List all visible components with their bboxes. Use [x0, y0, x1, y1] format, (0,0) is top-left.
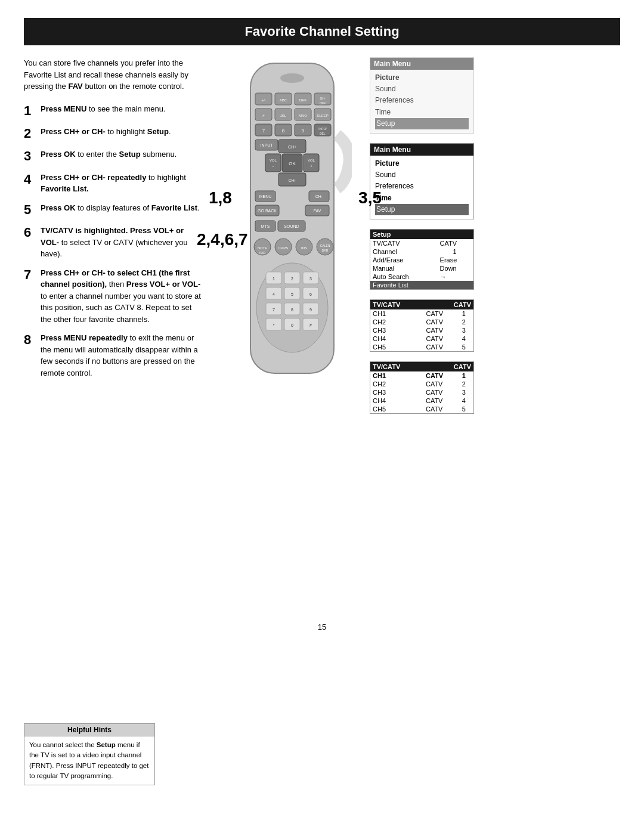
svg-text:SOUND: SOUND	[284, 224, 299, 228]
title-text: Favorite Channel Setting	[244, 24, 399, 39]
setup-row-autosearch: Auto Search →	[370, 272, 473, 281]
helpful-hints-header: Helpful Hints	[24, 724, 154, 736]
step-2: 2 Press CH+ or CH- to highlight Setup.	[24, 126, 203, 141]
ch-table-2: TV/CATV CATV CH1 CATV 1 CH2 CATV 2 CH3 C…	[370, 362, 473, 413]
svg-text:CALEN: CALEN	[320, 244, 330, 247]
step-number-3: 3	[24, 148, 36, 164]
svg-rect-37	[304, 154, 319, 172]
ch3-num-2: 3	[460, 388, 473, 397]
setup-row-manual: Manual Down	[370, 264, 473, 272]
setup-cell-channel-label: Channel	[370, 247, 438, 256]
menu-item-time-small: Time	[375, 193, 469, 204]
svg-text:7: 7	[273, 308, 275, 312]
center-column: 1,8 3,5 2,4,6,7 +/- ABC DEF GH- OFF	[209, 57, 364, 414]
ch4-num-1: 4	[460, 335, 473, 343]
svg-text:PAD: PAD	[259, 251, 265, 255]
setup-row-favlist: Favorite List	[370, 281, 473, 289]
svg-text:INPUT: INPUT	[261, 143, 274, 147]
setup-header-row: Setup	[370, 230, 473, 239]
setup-cell-autosearch-label: Auto Search	[370, 272, 438, 281]
menu-item-sound-large: Sound	[375, 83, 469, 95]
svg-text:GO BACK: GO BACK	[258, 209, 277, 213]
ch2-num-1: 2	[460, 318, 473, 326]
svg-text:CH-: CH-	[315, 194, 323, 199]
main-menu-small: Main Menu Picture Sound Preferences Time…	[370, 143, 474, 219]
svg-text:SLEEP: SLEEP	[317, 114, 328, 117]
setup-cell-adderase-val: Erase	[438, 256, 473, 264]
ch-header-tvcatv-2: TV/CATV	[370, 362, 423, 371]
ch2-row-2: CH2 CATV 2	[370, 380, 473, 388]
ch2-type-1: CATV	[423, 318, 459, 326]
intro-text: You can store five channels you prefer i…	[24, 57, 203, 92]
svg-text:OFF: OFF	[320, 101, 326, 105]
menu-item-time-large: Time	[375, 107, 469, 118]
svg-text:4: 4	[273, 292, 275, 296]
step-text-6: TV/CATV is highlighted. Press VOL+ or VO…	[41, 225, 203, 260]
step-4: 4 Press CH+ or CH- repeatedly to highlig…	[24, 172, 203, 195]
svg-text:CH+: CH+	[288, 145, 296, 149]
svg-rect-34	[265, 154, 281, 172]
svg-text:*: *	[273, 323, 275, 327]
step-overlay-35: 3,5	[358, 188, 382, 208]
setup-cell-channel-spacer	[438, 247, 451, 256]
ch4-type-1: CATV	[423, 335, 459, 343]
ch2-row-1: CH2 CATV 2	[370, 318, 473, 326]
svg-text:9: 9	[302, 128, 305, 134]
svg-text:CH-: CH-	[289, 178, 296, 182]
main-menu-small-body: Picture Sound Preferences Time Setup	[370, 156, 473, 219]
ch3-num-1: 3	[460, 326, 473, 335]
svg-text:5: 5	[291, 292, 293, 296]
ch2-label-1: CH2	[370, 318, 423, 326]
step-text-3: Press OK to enter the Setup submenu.	[41, 148, 177, 160]
svg-text:#: #	[309, 323, 312, 327]
svg-text:JKL: JKL	[280, 114, 287, 117]
step-text-5: Press OK to display features of Favorite…	[41, 202, 200, 214]
menu-item-preferences-large: Preferences	[375, 95, 469, 106]
svg-text:INS: INS	[301, 246, 307, 250]
ch4-type-2: CATV	[423, 397, 460, 405]
svg-text:6: 6	[309, 292, 312, 296]
step-overlay-18: 1,8	[209, 188, 232, 208]
ch5-type-2: CATV	[423, 405, 460, 413]
setup-cell-manual-label: Manual	[370, 264, 438, 272]
step-number-1: 1	[24, 103, 36, 119]
menu-item-setup-large: Setup	[375, 118, 469, 129]
menu-item-setup-small: Setup	[375, 204, 469, 215]
setup-cell-favlist: Favorite List	[370, 281, 473, 289]
ch5-num-2: 5	[460, 405, 473, 413]
page-title: Favorite Channel Setting	[24, 18, 620, 45]
setup-table: Setup TV/CATV CATV Channel 1 Add/Erase E…	[370, 230, 473, 289]
ch1-label-1: CH1	[370, 309, 423, 318]
svg-text:VOL: VOL	[308, 159, 315, 162]
svg-text:VOL: VOL	[270, 159, 277, 162]
helpful-hints: Helpful Hints You cannot select the Setu…	[24, 723, 155, 785]
step-number-4: 4	[24, 172, 36, 187]
ch4-label-2: CH4	[370, 397, 423, 405]
svg-text:GH-: GH-	[320, 97, 326, 100]
ch4-row-1: CH4 CATV 4	[370, 335, 473, 343]
svg-text:7: 7	[262, 128, 265, 134]
left-column: You can store five channels you prefer i…	[24, 57, 203, 414]
main-menu-small-header: Main Menu	[370, 144, 473, 156]
right-column: Main Menu Picture Sound Preferences Time…	[370, 57, 489, 414]
svg-text:DAR: DAR	[322, 249, 329, 252]
ch2-label-2: CH2	[370, 380, 423, 388]
setup-cell-autosearch-val: →	[438, 272, 473, 281]
step-text-2: Press CH+ or CH- to highlight Setup.	[41, 126, 171, 138]
ch5-label-2: CH5	[370, 405, 423, 413]
ch-list-2: TV/CATV CATV CH1 CATV 1 CH2 CATV 2 CH3 C…	[370, 361, 474, 414]
ch-header-row-2: TV/CATV CATV	[370, 362, 473, 371]
setup-menu: Setup TV/CATV CATV Channel 1 Add/Erase E…	[370, 229, 474, 290]
svg-text:+/-: +/-	[261, 98, 265, 102]
ch5-row-1: CH5 CATV 5	[370, 343, 473, 351]
menu-item-preferences-small: Preferences	[375, 181, 469, 192]
ch5-num-1: 5	[460, 343, 473, 351]
svg-text:MTS: MTS	[261, 224, 270, 228]
page-number: 15	[0, 623, 644, 631]
menu-item-picture-large: Picture	[375, 72, 469, 83]
svg-text:CAPS: CAPS	[278, 246, 288, 250]
svg-text:DEL: DEL	[320, 132, 326, 135]
menu-item-sound-small: Sound	[375, 169, 469, 181]
setup-header-cell: Setup	[370, 230, 473, 239]
ch1-type-2: CATV	[423, 371, 460, 380]
